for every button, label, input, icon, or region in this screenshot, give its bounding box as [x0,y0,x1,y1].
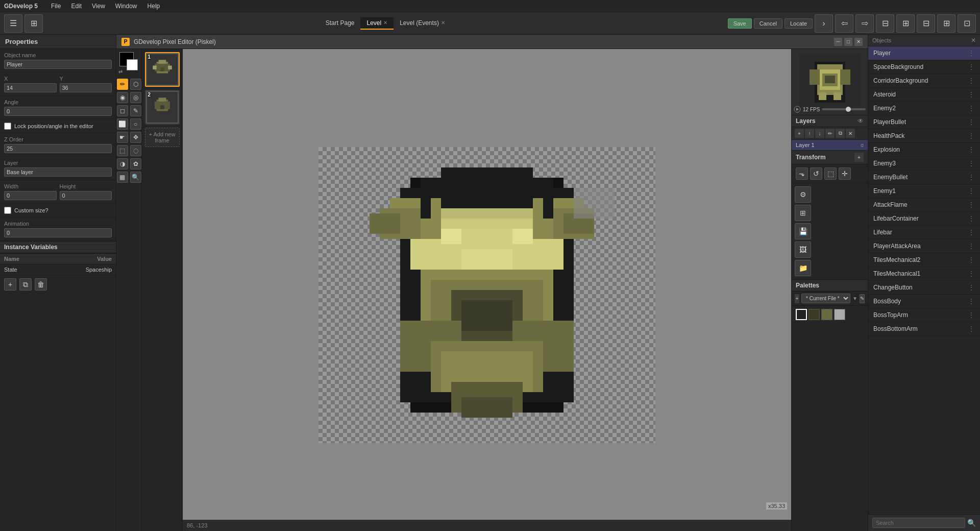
object-item-bossbottomarm[interactable]: BossBottomArm ⋮ [868,322,980,336]
object-more-enemybullet[interactable]: ⋮ [968,173,975,181]
swap-colors-btn[interactable]: ⇄ [118,69,122,75]
layer-item-0[interactable]: Layer 1 α [792,140,868,151]
lock-checkbox[interactable] [4,123,11,130]
toolbar-icon-2[interactable]: ⇨ [855,14,874,33]
transform-add-btn[interactable]: + [854,153,864,162]
object-item-enemybullet[interactable]: EnemyBullet ⋮ [868,171,980,184]
object-item-enemy1[interactable]: Enemy1 ⋮ [868,184,980,198]
angle-input[interactable] [4,107,112,116]
pe-minimize-btn[interactable]: ─ [834,38,842,46]
menu-help[interactable]: Help [142,2,165,11]
object-more-bosstoparm[interactable]: ⋮ [968,311,975,319]
object-item-tilesmech1[interactable]: TilesMechanical1 ⋮ [868,267,980,281]
tab-level-close[interactable]: ✕ [383,20,387,26]
object-more-enemy1[interactable]: ⋮ [968,187,975,195]
z-order-input[interactable] [4,144,112,153]
object-item-healthpack[interactable]: HealthPack ⋮ [868,129,980,143]
move-tool[interactable]: ☛ [117,132,128,143]
secondary-color[interactable] [127,59,138,70]
toolbar-more-btn[interactable]: › [815,14,833,33]
tab-level-events[interactable]: Level (Events) ✕ [394,17,451,30]
fx-tool[interactable]: ◑ [117,158,128,170]
object-item-enemy2[interactable]: Enemy2 ⋮ [868,102,980,115]
image-btn[interactable]: 🖼 [795,242,811,258]
toolbar-icon-7[interactable]: ⊡ [958,14,976,33]
tab-level-events-close[interactable]: ✕ [441,20,445,26]
object-more-enemy3[interactable]: ⋮ [968,159,975,167]
object-item-tilesmech2[interactable]: TilesMechanical2 ⋮ [868,253,980,267]
line-tool[interactable]: ✎ [130,105,141,116]
tab-level[interactable]: Level ✕ [360,17,394,30]
object-more-spacebg[interactable]: ⋮ [968,63,975,71]
object-more-bossbottomarm[interactable]: ⋮ [968,325,975,333]
pe-maximize-btn[interactable]: □ [844,38,852,46]
swatch-1[interactable] [808,309,820,320]
object-more-asteroid[interactable]: ⋮ [968,90,975,99]
object-item-attackflame[interactable]: AttackFlame ⋮ [868,198,980,212]
flip-h-btn[interactable]: ⬎ [796,167,808,180]
width-input[interactable] [4,191,57,200]
inst-var-delete-btn[interactable]: 🗑 [35,278,47,291]
swatch-3[interactable] [834,309,845,320]
menu-view[interactable]: View [87,2,110,11]
object-item-playerbullet[interactable]: PlayerBullet ⋮ [868,115,980,129]
object-item-enemy3[interactable]: Enemy3 ⋮ [868,157,980,171]
object-more-healthpack[interactable]: ⋮ [968,132,975,140]
center-btn[interactable]: ✛ [839,167,851,180]
animation-input[interactable] [4,228,112,237]
object-more-explosion[interactable]: ⋮ [968,146,975,154]
toolbar-btn-2[interactable]: ⊞ [24,14,43,33]
palette-dropdown[interactable]: * Current File * [801,294,850,303]
layers-visibility-icon[interactable]: 👁 [857,117,864,125]
add-frame-btn[interactable]: + Add new frame [145,128,180,147]
toolbar-icon-1[interactable]: ⇦ [835,14,853,33]
object-item-playerattackarea[interactable]: PlayerAttackArea ⋮ [868,239,980,253]
object-more-corridorbg[interactable]: ⋮ [968,77,975,85]
layer-up-btn[interactable]: ↑ [805,129,814,138]
object-item-explosion[interactable]: Explosion ⋮ [868,143,980,157]
fill-tool[interactable]: ◉ [117,92,128,103]
object-more-enemy2[interactable]: ⋮ [968,104,975,112]
object-item-asteroid[interactable]: Asteroid ⋮ [868,88,980,102]
ellipse-tool[interactable]: ○ [130,118,141,130]
toolbar-btn-1[interactable]: ☰ [4,14,22,33]
eyedropper-tool[interactable]: ✥ [130,132,141,143]
pencil-tool[interactable]: ✏ [117,79,128,90]
select-lasso-tool[interactable]: ◌ [130,145,141,156]
eraser-tool[interactable]: ◻ [117,105,128,116]
circle-select-tool[interactable]: ◎ [130,92,141,103]
object-item-player[interactable]: Player ⋮ [868,46,980,60]
object-more-tilesmech2[interactable]: ⋮ [968,256,975,264]
checker-tool[interactable]: ▦ [117,172,128,183]
rotate-btn[interactable]: ↺ [810,167,822,180]
tab-start-page[interactable]: Start Page [320,17,361,30]
object-more-playerattackarea[interactable]: ⋮ [968,242,975,250]
canvas-wrapper[interactable]: x35.33 86, -123 [183,49,791,531]
layer-add-btn[interactable]: + [795,129,804,138]
menu-edit[interactable]: Edit [66,2,87,11]
flip-v-btn[interactable]: ⬚ [824,167,837,180]
inst-var-add-btn[interactable]: + [4,278,16,291]
pe-close-btn[interactable]: ✕ [854,38,863,46]
settings-btn[interactable]: ⚙ [795,186,811,203]
swatch-0[interactable] [796,309,807,320]
object-item-lifebarcontainer[interactable]: LifebarContainer ⋮ [868,212,980,226]
object-more-tilesmech1[interactable]: ⋮ [968,270,975,278]
select-rect-tool[interactable]: ⬚ [117,145,128,156]
object-more-bossbody[interactable]: ⋮ [968,297,975,305]
layer-copy-btn[interactable]: ⧉ [836,129,845,138]
save-btn-2[interactable]: 💾 [795,223,811,239]
height-input[interactable] [60,191,112,200]
grid-btn[interactable]: ⊞ [795,205,811,221]
object-more-playerbullet[interactable]: ⋮ [968,118,975,126]
toolbar-icon-5[interactable]: ⊟ [917,14,935,33]
frame-1[interactable]: 1 [145,52,180,87]
search-input[interactable] [872,518,965,528]
object-more-player[interactable]: ⋮ [968,49,975,57]
object-item-lifebar[interactable]: Lifebar ⋮ [868,226,980,239]
object-more-lifebarcontainer[interactable]: ⋮ [968,214,975,223]
object-more-changebutton[interactable]: ⋮ [968,283,975,292]
object-item-bossbody[interactable]: BossBody ⋮ [868,295,980,308]
layer-down-btn[interactable]: ↓ [815,129,824,138]
fps-slider[interactable] [822,108,866,110]
